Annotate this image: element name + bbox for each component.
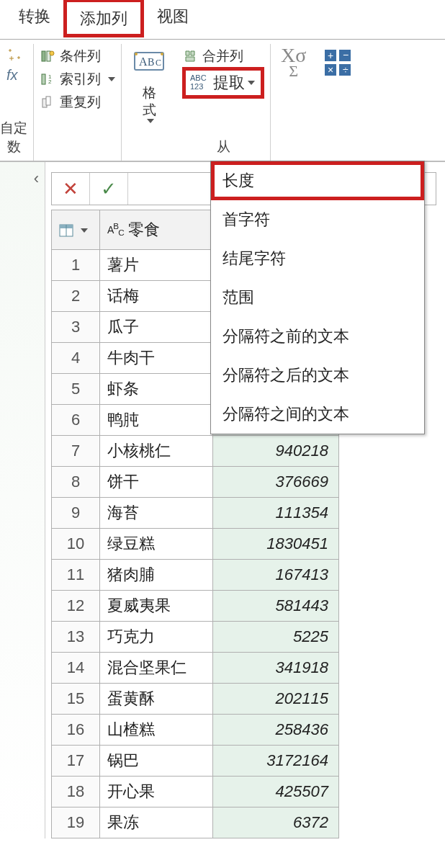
table-row[interactable]: 11猪肉脯167413 xyxy=(52,560,339,591)
cell-value[interactable]: 3172164 xyxy=(213,746,339,777)
cell-value[interactable]: 376669 xyxy=(213,467,339,498)
cell-name[interactable]: 夏威夷果 xyxy=(100,591,213,622)
row-number: 8 xyxy=(52,467,100,498)
tab-view[interactable]: 视图 xyxy=(144,0,202,32)
cell-name[interactable]: 饼干 xyxy=(100,467,213,498)
cell-name[interactable]: 虾条 xyxy=(100,374,213,405)
cell-name[interactable]: 巧克力 xyxy=(100,622,213,653)
table-row[interactable]: 14混合坚果仁341918 xyxy=(52,653,339,684)
ribbon-tabs: 转换 添加列 视图 xyxy=(0,0,445,40)
collapse-chevron-icon[interactable]: ‹ xyxy=(34,169,39,188)
cell-value[interactable]: 581443 xyxy=(213,591,339,622)
calc-button[interactable]: + − × ÷ xyxy=(319,47,356,83)
cell-name[interactable]: 开心果 xyxy=(100,777,213,807)
svg-text:−: − xyxy=(343,49,349,61)
ribbon-group-columns: 条件列 12 索引列 重复列 xyxy=(34,44,122,161)
cell-name[interactable]: 绿豆糕 xyxy=(100,529,213,560)
table-row[interactable]: 16山楂糕258436 xyxy=(52,715,339,746)
column-header-name[interactable]: ABC 零食 xyxy=(100,210,213,250)
dropdown-item-range[interactable]: 范围 xyxy=(211,278,424,317)
row-number: 2 xyxy=(52,281,100,312)
cancel-formula-button[interactable]: ✕ xyxy=(52,173,90,205)
merge-columns-label: 合并列 xyxy=(202,47,243,66)
stats-button[interactable]: XσΣ xyxy=(277,47,310,83)
cell-name[interactable]: 混合坚果仁 xyxy=(100,653,213,684)
chevron-down-icon xyxy=(147,119,154,123)
row-header-corner[interactable] xyxy=(52,210,100,250)
cell-name[interactable]: 果冻 xyxy=(100,807,213,838)
cell-name[interactable]: 鸭肫 xyxy=(100,405,213,436)
ribbon-group-text: 合并列 ABC123 提取 从 xyxy=(176,44,271,161)
extract-icon: ABC123 xyxy=(189,72,210,94)
table-row[interactable]: 12夏威夷果581443 xyxy=(52,591,339,622)
row-number: 7 xyxy=(52,436,100,467)
svg-text:+: + xyxy=(328,50,333,61)
tab-transform[interactable]: 转换 xyxy=(6,0,63,32)
table-row[interactable]: 9海苔111354 xyxy=(52,498,339,529)
cell-value[interactable]: 202115 xyxy=(213,684,339,715)
dropdown-item-firstchar[interactable]: 首字符 xyxy=(211,200,424,239)
text-type-icon: ABC xyxy=(107,222,124,237)
cell-name[interactable]: 蛋黄酥 xyxy=(100,684,213,715)
row-number: 9 xyxy=(52,498,100,529)
cell-value[interactable]: 425507 xyxy=(213,777,339,807)
cell-value[interactable]: 111354 xyxy=(213,498,339,529)
accept-formula-button[interactable]: ✓ xyxy=(90,173,128,205)
duplicate-column-button[interactable]: 重复列 xyxy=(40,93,115,112)
dropdown-item-between-delim[interactable]: 分隔符之间的文本 xyxy=(211,395,424,434)
table-row[interactable]: 18开心果425507 xyxy=(52,777,339,807)
chevron-down-icon xyxy=(108,77,115,81)
cell-value[interactable]: 341918 xyxy=(213,653,339,684)
row-number: 1 xyxy=(52,250,100,281)
duplicate-column-icon xyxy=(40,94,55,110)
cell-name[interactable]: 锅巴 xyxy=(100,746,213,777)
conditional-column-icon xyxy=(40,48,55,64)
cell-name[interactable]: 海苔 xyxy=(100,498,213,529)
merge-icon xyxy=(182,48,198,64)
dropdown-item-after-delim[interactable]: 分隔符之后的文本 xyxy=(211,356,424,395)
cell-value[interactable]: 258436 xyxy=(213,715,339,746)
svg-text:C: C xyxy=(156,58,161,68)
cell-name[interactable]: 猪肉脯 xyxy=(100,560,213,591)
ribbon-group-stats: XσΣ + − × ÷ xyxy=(271,44,362,161)
cell-value[interactable]: 940218 xyxy=(213,436,339,467)
cell-value[interactable]: 167413 xyxy=(213,560,339,591)
table-row[interactable]: 8饼干376669 xyxy=(52,467,339,498)
svg-text:123: 123 xyxy=(190,82,203,91)
conditional-column-button[interactable]: 条件列 xyxy=(40,47,115,66)
cell-name[interactable]: 小核桃仁 xyxy=(100,436,213,467)
dropdown-item-lastchar[interactable]: 结尾字符 xyxy=(211,239,424,278)
merge-columns-button[interactable]: 合并列 xyxy=(182,47,264,66)
table-row[interactable]: 15蛋黄酥202115 xyxy=(52,684,339,715)
cell-name[interactable]: 瓜子 xyxy=(100,312,213,343)
extract-dropdown: 长度 首字符 结尾字符 范围 分隔符之前的文本 分隔符之后的文本 分隔符之间的文… xyxy=(210,161,425,434)
table-row[interactable]: 13巧克力5225 xyxy=(52,622,339,653)
tab-add-column[interactable]: 添加列 xyxy=(63,0,144,37)
ribbon-group-custom: fx 自定 数 xyxy=(0,44,34,161)
dropdown-item-length[interactable]: 长度 xyxy=(211,161,424,200)
index-column-icon: 12 xyxy=(40,71,55,87)
row-number: 6 xyxy=(52,405,100,436)
svg-text:×: × xyxy=(328,64,333,76)
format-button[interactable]: A B C 格 式 xyxy=(127,47,171,161)
cell-value[interactable]: 5225 xyxy=(213,622,339,653)
extract-button[interactable]: ABC123 提取 xyxy=(182,67,264,99)
svg-rect-0 xyxy=(42,51,45,61)
stats-icon: XσΣ xyxy=(281,48,306,79)
cell-name[interactable]: 山楂糕 xyxy=(100,715,213,746)
cell-name[interactable]: 薯片 xyxy=(100,250,213,281)
table-row[interactable]: 10绿豆糕1830451 xyxy=(52,529,339,560)
row-number: 18 xyxy=(52,777,100,807)
group-label-custom: 自定 数 xyxy=(0,115,27,161)
cell-name[interactable]: 话梅 xyxy=(100,281,213,312)
chevron-down-icon xyxy=(81,228,88,233)
table-row[interactable]: 19果冻6372 xyxy=(52,807,339,838)
cell-name[interactable]: 牛肉干 xyxy=(100,343,213,374)
cell-value[interactable]: 6372 xyxy=(213,807,339,838)
dropdown-item-before-delim[interactable]: 分隔符之前的文本 xyxy=(211,317,424,356)
table-row[interactable]: 7小核桃仁940218 xyxy=(52,436,339,467)
cell-value[interactable]: 1830451 xyxy=(213,529,339,560)
row-number: 14 xyxy=(52,653,100,684)
table-row[interactable]: 17锅巴3172164 xyxy=(52,746,339,777)
index-column-button[interactable]: 12 索引列 xyxy=(40,70,115,89)
